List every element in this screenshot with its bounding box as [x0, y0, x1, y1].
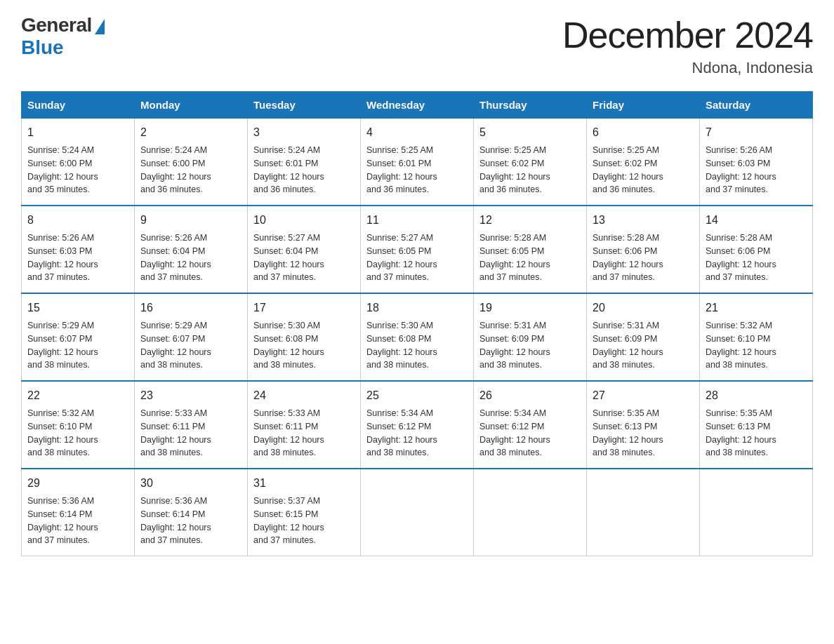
calendar-cell: 24Sunrise: 5:33 AMSunset: 6:11 PMDayligh… [248, 381, 361, 469]
day-info: Sunrise: 5:27 AMSunset: 6:04 PMDaylight:… [253, 232, 355, 284]
day-number: 1 [27, 124, 128, 141]
day-info: Sunrise: 5:33 AMSunset: 6:11 PMDaylight:… [253, 407, 355, 459]
calendar-cell: 3Sunrise: 5:24 AMSunset: 6:01 PMDaylight… [248, 119, 361, 206]
day-number: 29 [27, 475, 128, 492]
day-info: Sunrise: 5:33 AMSunset: 6:11 PMDaylight:… [140, 407, 241, 459]
weekday-header-sunday: Sunday [22, 92, 135, 119]
day-number: 24 [253, 387, 355, 404]
calendar-location: Ndona, Indonesia [562, 59, 813, 77]
calendar-row-1: 1Sunrise: 5:24 AMSunset: 6:00 PMDaylight… [22, 119, 813, 206]
day-info: Sunrise: 5:31 AMSunset: 6:09 PMDaylight:… [479, 319, 581, 372]
day-info: Sunrise: 5:25 AMSunset: 6:02 PMDaylight:… [479, 144, 581, 196]
calendar-row-5: 29Sunrise: 5:36 AMSunset: 6:14 PMDayligh… [22, 469, 813, 556]
calendar-cell: 14Sunrise: 5:28 AMSunset: 6:06 PMDayligh… [700, 206, 813, 293]
weekday-header-tuesday: Tuesday [248, 92, 361, 119]
day-info: Sunrise: 5:28 AMSunset: 6:05 PMDaylight:… [479, 232, 581, 284]
day-number: 4 [366, 124, 468, 141]
day-number: 8 [27, 212, 128, 229]
weekday-header-friday: Friday [587, 92, 700, 119]
day-number: 5 [479, 124, 581, 141]
calendar-cell [587, 469, 700, 556]
day-info: Sunrise: 5:31 AMSunset: 6:09 PMDaylight:… [593, 319, 694, 372]
weekday-header-monday: Monday [135, 92, 248, 119]
calendar-cell [700, 469, 813, 556]
day-info: Sunrise: 5:37 AMSunset: 6:15 PMDaylight:… [253, 495, 355, 547]
day-info: Sunrise: 5:32 AMSunset: 6:10 PMDaylight:… [27, 407, 128, 459]
calendar-cell: 12Sunrise: 5:28 AMSunset: 6:05 PMDayligh… [474, 206, 587, 293]
day-info: Sunrise: 5:34 AMSunset: 6:12 PMDaylight:… [366, 407, 468, 459]
day-number: 30 [140, 475, 241, 492]
day-number: 20 [593, 300, 694, 316]
day-number: 22 [27, 387, 128, 404]
day-info: Sunrise: 5:28 AMSunset: 6:06 PMDaylight:… [706, 232, 807, 284]
calendar-cell: 8Sunrise: 5:26 AMSunset: 6:03 PMDaylight… [22, 206, 135, 293]
calendar-row-2: 8Sunrise: 5:26 AMSunset: 6:03 PMDaylight… [22, 206, 813, 293]
calendar-cell: 17Sunrise: 5:30 AMSunset: 6:08 PMDayligh… [248, 293, 361, 381]
day-number: 2 [140, 124, 241, 141]
day-number: 16 [140, 300, 241, 316]
logo-triangle-icon [95, 19, 105, 34]
weekday-header-wednesday: Wednesday [361, 92, 474, 119]
day-number: 15 [27, 300, 128, 316]
day-info: Sunrise: 5:26 AMSunset: 6:03 PMDaylight:… [706, 144, 807, 196]
day-number: 14 [706, 212, 807, 229]
calendar-cell: 25Sunrise: 5:34 AMSunset: 6:12 PMDayligh… [361, 381, 474, 469]
calendar-table: SundayMondayTuesdayWednesdayThursdayFrid… [21, 91, 813, 556]
day-number: 3 [253, 124, 355, 141]
calendar-cell: 29Sunrise: 5:36 AMSunset: 6:14 PMDayligh… [22, 469, 135, 556]
day-info: Sunrise: 5:26 AMSunset: 6:04 PMDaylight:… [140, 232, 241, 284]
calendar-cell: 4Sunrise: 5:25 AMSunset: 6:01 PMDaylight… [361, 119, 474, 206]
calendar-cell: 27Sunrise: 5:35 AMSunset: 6:13 PMDayligh… [587, 381, 700, 469]
weekday-header-row: SundayMondayTuesdayWednesdayThursdayFrid… [22, 92, 813, 119]
day-info: Sunrise: 5:36 AMSunset: 6:14 PMDaylight:… [140, 495, 241, 547]
day-info: Sunrise: 5:30 AMSunset: 6:08 PMDaylight:… [253, 319, 355, 372]
day-number: 19 [479, 300, 581, 316]
day-info: Sunrise: 5:35 AMSunset: 6:13 PMDaylight:… [706, 407, 807, 459]
calendar-cell [474, 469, 587, 556]
day-number: 11 [366, 212, 468, 229]
logo-top: General [21, 14, 106, 36]
day-info: Sunrise: 5:27 AMSunset: 6:05 PMDaylight:… [366, 232, 468, 284]
calendar-cell: 20Sunrise: 5:31 AMSunset: 6:09 PMDayligh… [587, 293, 700, 381]
calendar-cell [361, 469, 474, 556]
day-info: Sunrise: 5:28 AMSunset: 6:06 PMDaylight:… [593, 232, 694, 284]
day-number: 10 [253, 212, 355, 229]
calendar-cell: 2Sunrise: 5:24 AMSunset: 6:00 PMDaylight… [135, 119, 248, 206]
calendar-cell: 10Sunrise: 5:27 AMSunset: 6:04 PMDayligh… [248, 206, 361, 293]
calendar-cell: 21Sunrise: 5:32 AMSunset: 6:10 PMDayligh… [700, 293, 813, 381]
calendar-row-4: 22Sunrise: 5:32 AMSunset: 6:10 PMDayligh… [22, 381, 813, 469]
day-number: 6 [593, 124, 694, 141]
calendar-cell: 31Sunrise: 5:37 AMSunset: 6:15 PMDayligh… [248, 469, 361, 556]
day-number: 26 [479, 387, 581, 404]
calendar-cell: 22Sunrise: 5:32 AMSunset: 6:10 PMDayligh… [22, 381, 135, 469]
day-number: 9 [140, 212, 241, 229]
day-info: Sunrise: 5:34 AMSunset: 6:12 PMDaylight:… [479, 407, 581, 459]
day-info: Sunrise: 5:29 AMSunset: 6:07 PMDaylight:… [27, 319, 128, 372]
day-number: 12 [479, 212, 581, 229]
day-number: 13 [593, 212, 694, 229]
calendar-title: December 2024 [562, 14, 813, 56]
day-number: 31 [253, 475, 355, 492]
calendar-cell: 15Sunrise: 5:29 AMSunset: 6:07 PMDayligh… [22, 293, 135, 381]
calendar-cell: 5Sunrise: 5:25 AMSunset: 6:02 PMDaylight… [474, 119, 587, 206]
calendar-cell: 16Sunrise: 5:29 AMSunset: 6:07 PMDayligh… [135, 293, 248, 381]
day-info: Sunrise: 5:26 AMSunset: 6:03 PMDaylight:… [27, 232, 128, 284]
calendar-cell: 18Sunrise: 5:30 AMSunset: 6:08 PMDayligh… [361, 293, 474, 381]
day-info: Sunrise: 5:35 AMSunset: 6:13 PMDaylight:… [593, 407, 694, 459]
day-info: Sunrise: 5:30 AMSunset: 6:08 PMDaylight:… [366, 319, 468, 372]
calendar-cell: 6Sunrise: 5:25 AMSunset: 6:02 PMDaylight… [587, 119, 700, 206]
calendar-cell: 19Sunrise: 5:31 AMSunset: 6:09 PMDayligh… [474, 293, 587, 381]
day-number: 25 [366, 387, 468, 404]
calendar-row-3: 15Sunrise: 5:29 AMSunset: 6:07 PMDayligh… [22, 293, 813, 381]
day-number: 21 [706, 300, 807, 316]
calendar-cell: 11Sunrise: 5:27 AMSunset: 6:05 PMDayligh… [361, 206, 474, 293]
day-info: Sunrise: 5:25 AMSunset: 6:01 PMDaylight:… [366, 144, 468, 196]
day-info: Sunrise: 5:24 AMSunset: 6:00 PMDaylight:… [27, 144, 128, 196]
day-number: 28 [706, 387, 807, 404]
day-number: 23 [140, 387, 241, 404]
day-info: Sunrise: 5:36 AMSunset: 6:14 PMDaylight:… [27, 495, 128, 547]
calendar-cell: 1Sunrise: 5:24 AMSunset: 6:00 PMDaylight… [22, 119, 135, 206]
calendar-cell: 30Sunrise: 5:36 AMSunset: 6:14 PMDayligh… [135, 469, 248, 556]
calendar-cell: 13Sunrise: 5:28 AMSunset: 6:06 PMDayligh… [587, 206, 700, 293]
day-number: 27 [593, 387, 694, 404]
